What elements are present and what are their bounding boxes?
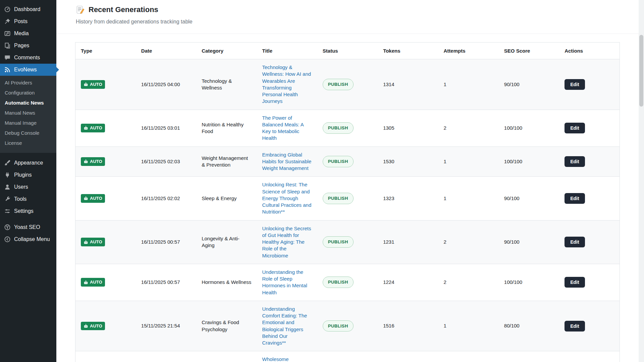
robot-icon: [84, 126, 88, 130]
column-header-tokens: Tokens: [378, 43, 438, 59]
attempts-cell: 2: [438, 220, 498, 264]
column-header-status: Status: [317, 43, 378, 59]
title-link[interactable]: Understanding Comfort Eating: The Emotio…: [262, 306, 307, 346]
actions-cell: Edit: [559, 220, 620, 264]
title-link[interactable]: Embracing Global Habits for Sustainable …: [262, 152, 311, 171]
sidebar-item-settings[interactable]: Settings: [0, 205, 56, 217]
status-badge: PUBLISH: [323, 236, 354, 248]
tokens-cell: 1350: [378, 351, 438, 362]
sidebar-item-evonews[interactable]: EvoNews: [0, 64, 56, 76]
title-link[interactable]: Wholesome Mediterranean Chickpea Bowl: A…: [262, 356, 305, 362]
attempts-cell: 1: [438, 301, 498, 351]
sidebar-item-tools[interactable]: Tools: [0, 193, 56, 205]
sidebar-item-media[interactable]: Media: [0, 27, 56, 40]
edit-button[interactable]: Edit: [565, 321, 585, 331]
status-badge: PUBLISH: [323, 79, 354, 90]
sidebar-item-label: Dashboard: [14, 6, 40, 13]
evonews-submenu: AI ProvidersConfigurationAutomatic NewsM…: [0, 76, 56, 153]
edit-button[interactable]: Edit: [565, 123, 585, 133]
type-cell: AUTO: [75, 177, 136, 220]
edit-button[interactable]: Edit: [565, 277, 585, 288]
submenu-item-license[interactable]: License: [0, 138, 56, 148]
robot-icon: [84, 82, 88, 86]
vertical-scrollbar[interactable]: [639, 0, 644, 362]
tokens-cell: 1323: [378, 177, 438, 220]
edit-button[interactable]: Edit: [565, 79, 585, 90]
title-link[interactable]: Technology & Wellness: How AI and Wearab…: [262, 64, 311, 104]
appearance-icon: [4, 160, 11, 166]
robot-icon: [84, 196, 88, 200]
status-badge: PUBLISH: [323, 277, 354, 288]
title-cell: Technology & Wellness: How AI and Wearab…: [257, 59, 317, 110]
title-cell: Understanding Comfort Eating: The Emotio…: [257, 301, 317, 351]
tokens-cell: 1516: [378, 301, 438, 351]
category-cell: Nutrition & Healthy Food: [196, 110, 257, 146]
title-cell: Unlocking the Secrets of Gut Health for …: [257, 220, 317, 264]
actions-cell: Edit: [559, 110, 620, 146]
status-cell: PUBLISH: [317, 351, 378, 362]
column-header-seo-score: SEO Score: [499, 43, 559, 59]
status-cell: PUBLISH: [317, 177, 378, 220]
table-row: AUTO16/11/2025 00:57Longevity & Anti-Agi…: [75, 220, 620, 264]
category-cell: Healthy & Easy Recipes: [196, 351, 257, 362]
title-link[interactable]: Understanding the Role of Sleep Hormones…: [262, 269, 307, 295]
actions-cell: Edit: [559, 264, 620, 301]
sidebar-item-dashboard[interactable]: Dashboard: [0, 3, 56, 15]
table-row: AUTO16/11/2025 00:57Hormones & WellnessU…: [75, 264, 620, 301]
sidebar-item-yoast-seo[interactable]: Yoast SEO: [0, 221, 56, 233]
column-header-date: Date: [136, 43, 196, 59]
category-cell: Cravings & Food Psychology: [196, 301, 257, 351]
title-cell: Understanding the Role of Sleep Hormones…: [257, 264, 317, 301]
attempts-cell: 1: [438, 177, 498, 220]
robot-icon: [84, 324, 88, 328]
submenu-item-manual-news[interactable]: Manual News: [0, 108, 56, 118]
date-cell: 16/11/2025 00:57: [136, 264, 196, 301]
title-link[interactable]: Unlocking the Secrets of Gut Health for …: [262, 226, 311, 258]
type-badge: AUTO: [81, 124, 105, 132]
seo-cell: 100/100: [499, 146, 559, 177]
category-cell: Hormones & Wellness: [196, 264, 257, 301]
seo-cell: 80/100: [499, 351, 559, 362]
sidebar-item-label: Users: [14, 184, 28, 190]
memo-icon: [76, 5, 85, 14]
status-cell: PUBLISH: [317, 220, 378, 264]
type-badge: AUTO: [81, 157, 105, 166]
generations-table: TypeDateCategoryTitleStatusTokensAttempt…: [75, 42, 620, 362]
dashboard-icon: [4, 6, 11, 13]
edit-button[interactable]: Edit: [565, 193, 585, 204]
title-link[interactable]: Unlocking Rest: The Science of Sleep and…: [262, 182, 311, 215]
sidebar-item-collapse-menu[interactable]: Collapse Menu: [0, 233, 56, 245]
submenu-item-configuration[interactable]: Configuration: [0, 88, 56, 98]
title-link[interactable]: The Power of Balanced Meals: A Key to Me…: [262, 115, 303, 141]
sidebar-item-appearance[interactable]: Appearance: [0, 157, 56, 169]
sidebar-item-label: Posts: [14, 18, 28, 25]
column-header-title: Title: [257, 43, 317, 59]
seo-cell: 90/100: [499, 177, 559, 220]
sidebar-item-plugins[interactable]: Plugins: [0, 169, 56, 181]
table-row: AUTO15/11/2025 21:54Cravings & Food Psyc…: [75, 301, 620, 351]
edit-button[interactable]: Edit: [565, 156, 585, 167]
submenu-item-manual-image[interactable]: Manual Image: [0, 118, 56, 128]
wordpress-admin: DashboardPostsMediaPagesCommentsEvoNewsA…: [0, 0, 644, 362]
robot-icon: [84, 280, 88, 285]
main-content: Recent Generations History from dedicate…: [56, 0, 644, 362]
edit-button[interactable]: Edit: [565, 237, 585, 247]
type-badge: AUTO: [81, 322, 105, 330]
category-cell: Weight Management & Prevention: [196, 146, 257, 177]
date-cell: 15/11/2025 20:56: [136, 351, 196, 362]
date-cell: 16/11/2025 02:02: [136, 177, 196, 220]
seo-cell: 90/100: [499, 59, 559, 110]
sidebar-item-label: Collapse Menu: [14, 236, 50, 243]
title-cell: The Power of Balanced Meals: A Key to Me…: [257, 110, 317, 146]
sidebar-item-comments[interactable]: Comments: [0, 52, 56, 64]
title-cell: Embracing Global Habits for Sustainable …: [257, 146, 317, 177]
submenu-item-ai-providers[interactable]: AI Providers: [0, 78, 56, 88]
sidebar-item-users[interactable]: Users: [0, 181, 56, 193]
submenu-item-debug-console[interactable]: Debug Console: [0, 128, 56, 138]
type-cell: AUTO: [75, 146, 136, 177]
sidebar-item-pages[interactable]: Pages: [0, 40, 56, 52]
sidebar-item-posts[interactable]: Posts: [0, 15, 56, 27]
submenu-item-automatic-news[interactable]: Automatic News: [0, 98, 56, 108]
date-cell: 16/11/2025 04:00: [136, 59, 196, 110]
scrollbar-thumb[interactable]: [639, 35, 643, 107]
